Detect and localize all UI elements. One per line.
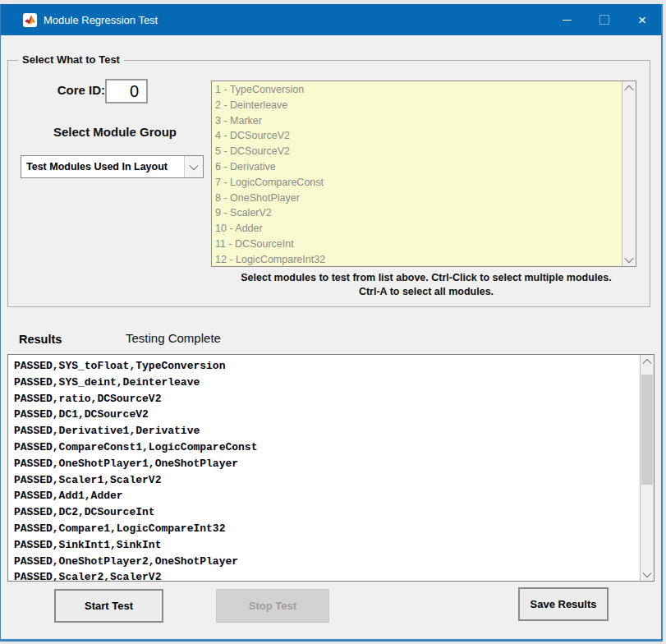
scroll-up-button[interactable] (641, 355, 654, 369)
module-list-item[interactable]: 6 - Derivative (215, 159, 619, 175)
listbox-helper-text: Select modules to test from list above. … (204, 271, 648, 299)
scrollbar-thumb[interactable] (641, 375, 653, 485)
results-listbox[interactable]: PASSED,SYS_toFloat,TypeConversionPASSED,… (7, 354, 655, 582)
module-list-item[interactable]: 5 - DCSourceV2 (215, 144, 619, 159)
module-group-label: Select Module Group (29, 125, 201, 139)
result-line[interactable]: PASSED,OneShotPlayer2,OneShotPlayer (14, 554, 637, 570)
module-list-item[interactable]: 12 - LogicCompareInt32 (215, 252, 619, 267)
result-line[interactable]: PASSED,Scaler2,ScalerV2 (14, 569, 637, 581)
title-bar: Module Regression Test × (1, 4, 661, 35)
maximize-button (586, 4, 623, 35)
module-regression-test-window: Module Regression Test × Select What to … (0, 4, 663, 642)
module-listbox-scrollbar[interactable] (622, 81, 636, 266)
result-line[interactable]: PASSED,DC1,DCSourceV2 (14, 407, 637, 423)
core-id-label: Core ID: (33, 83, 105, 97)
module-list-item[interactable]: 11 - DCSourceInt (215, 237, 619, 252)
results-lines: PASSED,SYS_toFloat,TypeConversionPASSED,… (14, 358, 637, 581)
stop-test-button: Stop Test (216, 589, 329, 623)
chevron-up-icon (624, 85, 633, 94)
chevron-up-icon (642, 358, 651, 367)
module-list-item[interactable]: 1 - TypeConversion (215, 82, 619, 98)
results-scrollbar[interactable] (640, 355, 654, 581)
result-line[interactable]: PASSED,SinkInt1,SinkInt (14, 537, 637, 554)
module-list-item[interactable]: 9 - ScalerV2 (215, 205, 619, 221)
minimize-icon (563, 20, 572, 21)
module-list-item[interactable]: 8 - OneShotPlayer (215, 191, 619, 206)
scroll-down-button[interactable] (622, 252, 636, 266)
close-button[interactable]: × (623, 4, 661, 35)
result-line[interactable]: PASSED,OneShotPlayer1,OneShotPlayer (14, 456, 637, 472)
dropdown-selected-value: Test Modules Used In Layout (21, 161, 184, 172)
testing-status-text: Testing Complete (126, 331, 221, 345)
window-title: Module Regression Test (44, 14, 548, 26)
minimize-button[interactable] (548, 4, 586, 35)
module-listbox[interactable]: 1 - TypeConversion2 - Deinterleave3 - Ma… (211, 80, 636, 267)
core-id-field[interactable] (105, 79, 148, 104)
chevron-down-icon (624, 253, 633, 262)
maximize-icon (599, 15, 609, 25)
matlab-logo-icon (23, 13, 37, 27)
scroll-up-button[interactable] (622, 81, 636, 95)
result-line[interactable]: PASSED,Compare1,LogicCompareInt32 (14, 521, 637, 537)
module-list-item[interactable]: 10 - Adder (215, 221, 619, 237)
module-list-item[interactable]: 3 - Marker (215, 113, 619, 129)
close-icon: × (638, 13, 646, 27)
result-line[interactable]: PASSED,Add1,Adder (14, 488, 637, 504)
scroll-down-button[interactable] (641, 567, 654, 581)
result-line[interactable]: PASSED,SYS_deint,Deinterleave (14, 375, 637, 391)
result-line[interactable]: PASSED,Derivative1,Derivative (14, 423, 637, 439)
result-line[interactable]: PASSED,SYS_toFloat,TypeConversion (14, 358, 637, 375)
helper-line-2: Ctrl-A to select all modules. (204, 285, 648, 299)
chevron-down-icon (189, 161, 198, 170)
start-test-button[interactable]: Start Test (54, 589, 163, 623)
helper-line-1: Select modules to test from list above. … (204, 271, 648, 285)
save-results-button[interactable]: Save Results (518, 587, 609, 621)
results-label: Results (19, 333, 62, 346)
module-list-item[interactable]: 4 - DCSourceV2 (215, 128, 619, 144)
select-what-to-test-panel: Select What to Test Core ID: Select Modu… (7, 60, 650, 307)
result-line[interactable]: PASSED,CompareConst1,LogicCompareConst (14, 439, 637, 456)
module-list-item[interactable]: 2 - Deinterleave (215, 98, 619, 113)
module-group-dropdown[interactable]: Test Modules Used In Layout (21, 155, 204, 178)
result-line[interactable]: PASSED,Scaler1,ScalerV2 (14, 472, 637, 489)
result-line[interactable]: PASSED,DC2,DCSourceInt (14, 504, 637, 521)
result-line[interactable]: PASSED,ratio,DCSourceV2 (14, 391, 637, 407)
module-list: 1 - TypeConversion2 - Deinterleave3 - Ma… (215, 82, 619, 267)
chevron-down-icon (642, 568, 651, 577)
dropdown-arrow-zone[interactable] (184, 156, 203, 177)
panel-legend: Select What to Test (18, 53, 124, 66)
module-list-item[interactable]: 7 - LogicCompareConst (215, 175, 619, 191)
